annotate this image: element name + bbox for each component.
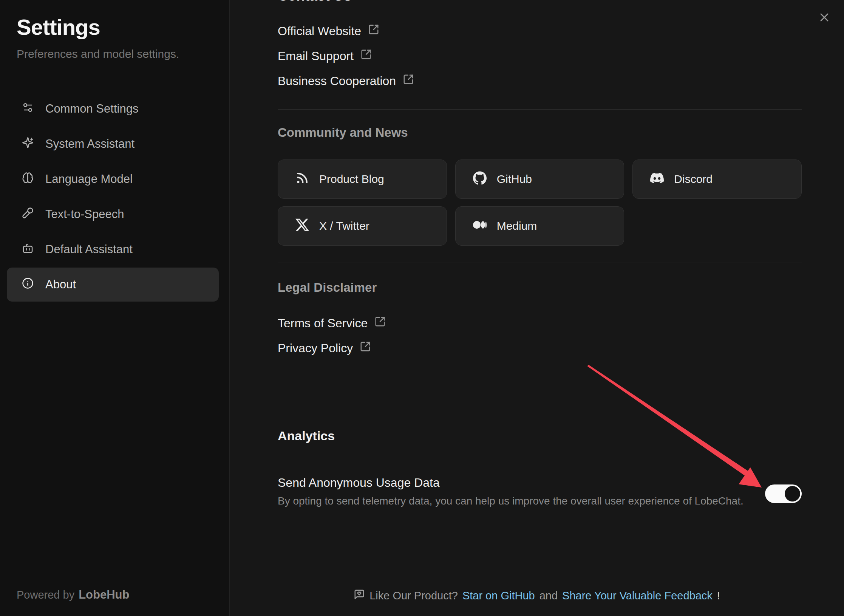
sidebar-item-label: Language Model <box>45 172 133 186</box>
analytics-heading: Analytics <box>278 429 335 443</box>
sidebar-item-label: System Assistant <box>45 137 134 151</box>
external-link-icon <box>360 341 371 355</box>
email-support-link[interactable]: Email Support <box>278 48 372 63</box>
powered-by-label: Powered by <box>17 589 74 601</box>
sidebar-item-language-model[interactable]: Language Model <box>7 162 219 196</box>
business-cooperation-link[interactable]: Business Cooperation <box>278 73 414 88</box>
external-link-icon <box>374 316 386 330</box>
privacy-policy-link[interactable]: Privacy Policy <box>278 341 371 356</box>
email-support-label: Email Support <box>278 49 354 63</box>
section-divider <box>278 462 802 462</box>
rss-icon <box>295 171 309 187</box>
official-website-link[interactable]: Official Website <box>278 23 379 39</box>
legal-heading: Legal Disclaimer <box>278 280 377 295</box>
section-divider <box>278 109 802 110</box>
about-content: Contact Us Official Website Email Suppor… <box>278 0 802 616</box>
sidebar-item-system-assistant[interactable]: System Assistant <box>7 127 219 161</box>
footer-middle: and <box>539 590 558 602</box>
product-blog-label: Product Blog <box>319 173 384 186</box>
message-square-heart-icon <box>354 589 365 603</box>
medium-icon <box>473 218 487 234</box>
sparkles-icon <box>22 137 34 152</box>
settings-sidebar: Settings Preferences and model settings.… <box>0 0 230 616</box>
x-twitter-icon <box>295 218 309 234</box>
sidebar-item-label: About <box>45 278 76 291</box>
external-link-icon <box>360 49 372 63</box>
usage-data-description: By opting to send telemetry data, you ca… <box>278 494 744 508</box>
sidebar-item-text-to-speech[interactable]: Text-to-Speech <box>7 197 219 231</box>
footer-prefix: Like Our Product? <box>369 590 458 602</box>
about-settings-panel: Contact Us Official Website Email Suppor… <box>230 0 844 616</box>
share-feedback-link[interactable]: Share Your Valuable Feedback <box>562 590 713 602</box>
page-subtitle: Preferences and model settings. <box>17 48 179 60</box>
mic-icon <box>22 207 34 222</box>
sliders-icon <box>22 102 34 116</box>
sidebar-item-default-assistant[interactable]: Default Assistant <box>7 232 219 266</box>
community-buttons: Product Blog GitHub Discord X / Twitter <box>278 159 802 246</box>
discord-icon <box>650 171 664 187</box>
sidebar-item-about[interactable]: About <box>7 268 219 302</box>
medium-button[interactable]: Medium <box>455 206 624 246</box>
close-button[interactable] <box>818 11 831 24</box>
close-icon <box>818 19 831 25</box>
github-button[interactable]: GitHub <box>455 159 624 199</box>
external-link-icon <box>403 74 414 88</box>
community-heading: Community and News <box>278 125 408 140</box>
x-twitter-button[interactable]: X / Twitter <box>278 206 447 246</box>
usage-data-texts: Send Anonymous Usage Data By opting to s… <box>278 475 744 508</box>
product-blog-button[interactable]: Product Blog <box>278 159 447 199</box>
usage-data-setting-row: Send Anonymous Usage Data By opting to s… <box>278 475 802 508</box>
sidebar-item-label: Common Settings <box>45 102 138 116</box>
section-divider <box>278 263 802 263</box>
powered-by: Powered by LobeHub <box>17 588 129 602</box>
brain-icon <box>22 172 34 187</box>
lobehub-brand: LobeHub <box>79 588 129 602</box>
usage-data-label: Send Anonymous Usage Data <box>278 475 744 490</box>
contact-us-heading: Contact Us <box>278 0 351 4</box>
terms-of-service-label: Terms of Service <box>278 316 368 330</box>
discord-button[interactable]: Discord <box>632 159 802 199</box>
x-twitter-label: X / Twitter <box>319 220 369 232</box>
star-on-github-link[interactable]: Star on GitHub <box>462 590 535 602</box>
business-cooperation-label: Business Cooperation <box>278 74 396 88</box>
external-link-icon <box>368 24 379 38</box>
sidebar-item-label: Default Assistant <box>45 243 133 256</box>
settings-nav: Common Settings System Assistant Languag… <box>7 92 219 303</box>
github-icon <box>473 171 487 187</box>
usage-data-toggle[interactable] <box>765 484 802 503</box>
footer-suffix: ! <box>717 590 720 602</box>
info-icon <box>22 277 34 292</box>
discord-label: Discord <box>674 173 713 186</box>
bot-icon <box>22 242 34 257</box>
feedback-footer: Like Our Product? Star on GitHub and Sha… <box>230 589 844 603</box>
medium-label: Medium <box>497 220 537 232</box>
official-website-label: Official Website <box>278 24 361 38</box>
page-title: Settings <box>17 14 100 40</box>
github-label: GitHub <box>497 173 532 186</box>
sidebar-item-common-settings[interactable]: Common Settings <box>7 92 219 126</box>
terms-of-service-link[interactable]: Terms of Service <box>278 316 386 331</box>
privacy-policy-label: Privacy Policy <box>278 341 353 355</box>
toggle-knob <box>785 486 800 501</box>
sidebar-item-label: Text-to-Speech <box>45 207 124 221</box>
